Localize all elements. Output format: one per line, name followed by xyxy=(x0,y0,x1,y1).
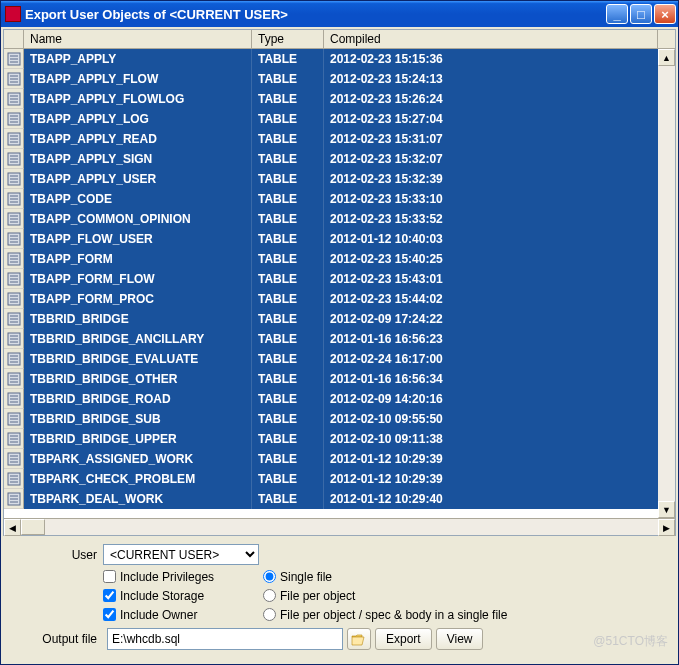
file-per-object-spec-radio[interactable] xyxy=(263,608,276,621)
row-indicator xyxy=(4,249,24,269)
file-per-object-spec-option: File per object / spec & body in a singl… xyxy=(263,605,507,624)
scroll-down-button[interactable]: ▼ xyxy=(658,501,675,518)
table-row[interactable]: TBAPP_APPLY_FLOWTABLE2012-02-23 15:24:13 xyxy=(4,69,675,89)
row-indicator xyxy=(4,109,24,129)
table-row[interactable]: TBAPP_APPLY_READTABLE2012-02-23 15:31:07 xyxy=(4,129,675,149)
include-storage-checkbox[interactable] xyxy=(103,589,116,602)
cell-compiled: 2012-01-12 10:29:39 xyxy=(324,469,675,489)
horizontal-scrollbar[interactable]: ◀ ▶ xyxy=(4,518,675,535)
scroll-right-button[interactable]: ▶ xyxy=(658,519,675,536)
user-row: User <CURRENT USER> xyxy=(13,544,666,565)
table-row[interactable]: TBBRID_BRIDGETABLE2012-02-09 17:24:22 xyxy=(4,309,675,329)
minimize-button[interactable]: _ xyxy=(606,4,628,24)
maximize-button[interactable]: □ xyxy=(630,4,652,24)
row-indicator xyxy=(4,289,24,309)
table-row[interactable]: TBAPP_APPLY_USERTABLE2012-02-23 15:32:39 xyxy=(4,169,675,189)
table-row[interactable]: TBAPP_FORM_FLOWTABLE2012-02-23 15:43:01 xyxy=(4,269,675,289)
column-header-compiled[interactable]: Compiled xyxy=(324,30,658,48)
cell-name: TBAPP_APPLY_SIGN xyxy=(24,149,252,169)
table-icon xyxy=(7,312,21,326)
horizontal-scroll-thumb[interactable] xyxy=(21,519,45,535)
include-owner-label: Include Owner xyxy=(120,608,197,622)
table-row[interactable]: TBBRID_BRIDGE_SUBTABLE2012-02-10 09:55:5… xyxy=(4,409,675,429)
objects-grid: Name Type Compiled TBAPP_APPLYTABLE2012-… xyxy=(3,29,676,536)
cell-type: TABLE xyxy=(252,389,324,409)
table-row[interactable]: TBAPP_FLOW_USERTABLE2012-01-12 10:40:03 xyxy=(4,229,675,249)
table-row[interactable]: TBBRID_BRIDGE_OTHERTABLE2012-01-16 16:56… xyxy=(4,369,675,389)
table-icon xyxy=(7,372,21,386)
cell-compiled: 2012-02-10 09:11:38 xyxy=(324,429,675,449)
cell-name: TBAPP_FORM_FLOW xyxy=(24,269,252,289)
table-icon xyxy=(7,432,21,446)
table-row[interactable]: TBAPP_COMMON_OPINIONTABLE2012-02-23 15:3… xyxy=(4,209,675,229)
cell-name: TBAPP_APPLY xyxy=(24,49,252,69)
user-label: User xyxy=(13,548,103,562)
cell-type: TABLE xyxy=(252,209,324,229)
include-privileges-checkbox[interactable] xyxy=(103,570,116,583)
user-combo[interactable]: <CURRENT USER> xyxy=(103,544,259,565)
browse-button[interactable] xyxy=(347,628,371,650)
table-icon xyxy=(7,492,21,506)
grid-body[interactable]: TBAPP_APPLYTABLE2012-02-23 15:15:36TBAPP… xyxy=(4,49,675,518)
output-file-input[interactable] xyxy=(107,628,343,650)
grid-header-indicator xyxy=(4,30,24,48)
row-indicator xyxy=(4,269,24,289)
table-row[interactable]: TBAPP_CODETABLE2012-02-23 15:33:10 xyxy=(4,189,675,209)
table-row[interactable]: TBBRID_BRIDGE_EVALUATETABLE2012-02-24 16… xyxy=(4,349,675,369)
row-indicator xyxy=(4,309,24,329)
view-button[interactable]: View xyxy=(436,628,484,650)
table-row[interactable]: TBPARK_CHECK_PROBLEMTABLE2012-01-12 10:2… xyxy=(4,469,675,489)
cell-type: TABLE xyxy=(252,149,324,169)
options-panel: User <CURRENT USER> Include Privileges I… xyxy=(3,536,676,654)
cell-type: TABLE xyxy=(252,309,324,329)
table-row[interactable]: TBAPP_APPLY_SIGNTABLE2012-02-23 15:32:07 xyxy=(4,149,675,169)
scroll-up-button[interactable]: ▲ xyxy=(658,49,675,66)
window-frame: Export User Objects of <CURRENT USER> _ … xyxy=(0,0,679,665)
row-indicator xyxy=(4,89,24,109)
vertical-scroll-track[interactable] xyxy=(658,66,675,501)
column-header-type[interactable]: Type xyxy=(252,30,324,48)
table-row[interactable]: TBBRID_BRIDGE_UPPERTABLE2012-02-10 09:11… xyxy=(4,429,675,449)
cell-type: TABLE xyxy=(252,489,324,509)
cell-name: TBAPP_APPLY_FLOWLOG xyxy=(24,89,252,109)
close-button[interactable]: × xyxy=(654,4,676,24)
cell-compiled: 2012-01-12 10:29:40 xyxy=(324,489,675,509)
cell-type: TABLE xyxy=(252,269,324,289)
table-icon xyxy=(7,152,21,166)
folder-open-icon xyxy=(351,633,367,646)
table-row[interactable]: TBAPP_APPLY_FLOWLOGTABLE2012-02-23 15:26… xyxy=(4,89,675,109)
row-indicator xyxy=(4,129,24,149)
cell-compiled: 2012-01-12 10:40:03 xyxy=(324,229,675,249)
file-per-object-label: File per object xyxy=(280,589,355,603)
table-icon xyxy=(7,212,21,226)
cell-name: TBAPP_APPLY_FLOW xyxy=(24,69,252,89)
table-row[interactable]: TBAPP_FORMTABLE2012-02-23 15:40:25 xyxy=(4,249,675,269)
cell-name: TBBRID_BRIDGE_ROAD xyxy=(24,389,252,409)
row-indicator xyxy=(4,389,24,409)
single-file-radio[interactable] xyxy=(263,570,276,583)
client-area: Name Type Compiled TBAPP_APPLYTABLE2012-… xyxy=(1,27,678,664)
table-icon xyxy=(7,472,21,486)
horizontal-scroll-track[interactable] xyxy=(45,519,658,535)
export-button[interactable]: Export xyxy=(375,628,432,650)
cell-compiled: 2012-02-24 16:17:00 xyxy=(324,349,675,369)
table-row[interactable]: TBAPP_FORM_PROCTABLE2012-02-23 15:44:02 xyxy=(4,289,675,309)
include-owner-checkbox[interactable] xyxy=(103,608,116,621)
table-icon xyxy=(7,292,21,306)
cell-type: TABLE xyxy=(252,349,324,369)
table-row[interactable]: TBPARK_ASSIGNED_WORKTABLE2012-01-12 10:2… xyxy=(4,449,675,469)
column-header-name[interactable]: Name xyxy=(24,30,252,48)
table-row[interactable]: TBAPP_APPLYTABLE2012-02-23 15:15:36 xyxy=(4,49,675,69)
options-columns: Include Privileges Include Storage Inclu… xyxy=(13,567,666,624)
table-row[interactable]: TBPARK_DEAL_WORKTABLE2012-01-12 10:29:40 xyxy=(4,489,675,509)
vertical-scrollbar[interactable]: ▲ ▼ xyxy=(658,49,675,518)
scroll-left-button[interactable]: ◀ xyxy=(4,519,21,536)
titlebar[interactable]: Export User Objects of <CURRENT USER> _ … xyxy=(1,1,678,27)
table-row[interactable]: TBBRID_BRIDGE_ANCILLARYTABLE2012-01-16 1… xyxy=(4,329,675,349)
cell-compiled: 2012-02-23 15:43:01 xyxy=(324,269,675,289)
table-row[interactable]: TBAPP_APPLY_LOGTABLE2012-02-23 15:27:04 xyxy=(4,109,675,129)
cell-compiled: 2012-02-23 15:32:07 xyxy=(324,149,675,169)
table-row[interactable]: TBBRID_BRIDGE_ROADTABLE2012-02-09 14:20:… xyxy=(4,389,675,409)
table-icon xyxy=(7,92,21,106)
file-per-object-radio[interactable] xyxy=(263,589,276,602)
